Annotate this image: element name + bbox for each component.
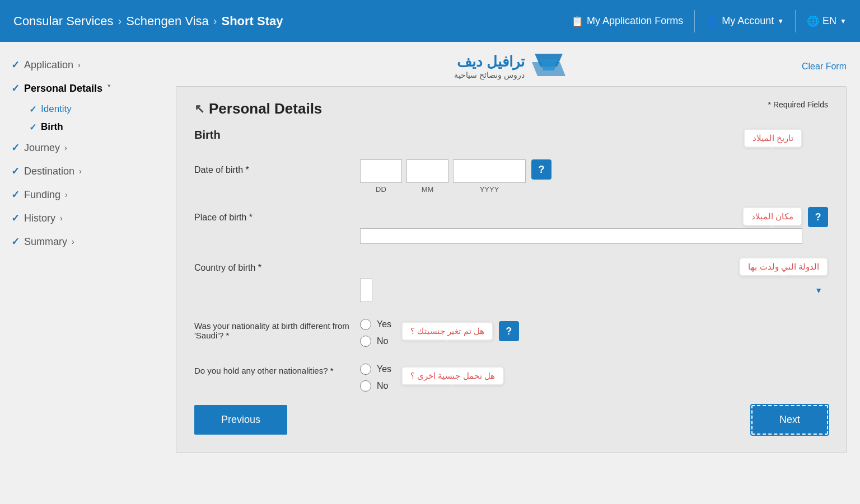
check-icon-journey: ✓: [11, 142, 20, 154]
nationality-diff-no[interactable]: No: [360, 336, 391, 347]
arrow-history: ›: [60, 214, 63, 223]
globe-icon: 🌐: [807, 15, 819, 27]
sidebar-item-application[interactable]: ✓ Application ›: [9, 53, 153, 77]
language-menu[interactable]: 🌐 EN ▼: [807, 15, 847, 27]
logo-container: ترافيل ديف دروس ونصائح سياحية: [454, 51, 568, 82]
other-nationalities-controls: Yes No هل تحمل جنسية اخرى ؟: [360, 360, 828, 392]
other-nationalities-row: Do you hold any other nationalities? * Y…: [194, 360, 828, 392]
breadcrumb-sep1: ›: [118, 15, 122, 27]
other-nationalities-no-radio[interactable]: [360, 380, 371, 392]
check-icon-history: ✓: [11, 212, 20, 224]
logo-row: ترافيل ديف دروس ونصائح سياحية Clear Form: [176, 51, 847, 82]
lang-caret-icon: ▼: [840, 17, 847, 25]
country-of-birth-label: Country of birth *: [194, 257, 351, 273]
tooltip-nationality-diff: هل تم تغير جنسيتك ؟: [401, 322, 493, 341]
nav-buttons: Previous Next: [194, 405, 828, 435]
logo-text: ترافيل ديف دروس ونصائح سياحية: [454, 53, 525, 79]
other-nationalities-yes-radio[interactable]: [360, 364, 371, 375]
nav-divider2: [795, 10, 796, 32]
check-icon-birth: ✓: [29, 122, 36, 133]
dob-dd-group: DD: [360, 159, 402, 194]
logo-arabic-main: ترافيل ديف: [454, 53, 525, 70]
dob-yyyy-input[interactable]: [453, 159, 526, 183]
country-of-birth-select[interactable]: [360, 279, 372, 302]
sidebar-item-summary[interactable]: ✓ Summary ›: [9, 230, 153, 253]
doc-icon: 📋: [571, 15, 583, 27]
arrow-journey: ›: [64, 143, 67, 152]
check-icon-destination: ✓: [11, 165, 20, 177]
arrow-destination: ›: [79, 167, 82, 176]
dob-dd-input[interactable]: [360, 159, 402, 183]
top-nav-right: 📋 My Application Forms 👤 My Account ▼ 🌐 …: [571, 10, 847, 32]
date-of-birth-row: Date of birth * DD MM: [194, 159, 828, 194]
required-fields-note: * Required Fields: [768, 100, 828, 109]
breadcrumb-sep2: ›: [213, 15, 217, 27]
arrow-personal-details: ˅: [107, 84, 111, 93]
sidebar-item-history[interactable]: ✓ History ›: [9, 206, 153, 230]
my-application-forms-link[interactable]: 📋 My Application Forms: [571, 15, 683, 27]
arrow-funding: ›: [65, 190, 68, 199]
sidebar-item-journey[interactable]: ✓ Journey ›: [9, 136, 153, 159]
sidebar-sub-birth[interactable]: ✓ Birth: [27, 118, 153, 136]
logo-arabic-sub: دروس ونصائح سياحية: [454, 70, 525, 79]
place-of-birth-row: Place of birth * مكان الميلاد ?: [194, 207, 828, 244]
cursor-icon: ↖: [194, 102, 204, 116]
nationality-diff-controls: Yes No هل تم تغير جنسيتك ؟ ?: [360, 315, 828, 347]
nationality-diff-yes[interactable]: Yes: [360, 319, 391, 330]
help-button-place[interactable]: ?: [808, 207, 828, 227]
dob-yyyy-label: YYYY: [480, 185, 499, 194]
dob-mm-label: MM: [422, 185, 434, 194]
dob-fields: DD MM YYYY: [360, 159, 526, 194]
person-icon: 👤: [706, 15, 718, 27]
top-navigation: Consular Services › Schengen Visa › Shor…: [0, 0, 860, 42]
other-nationalities-label: Do you hold any other nationalities? *: [194, 360, 351, 375]
breadcrumb-consular[interactable]: Consular Services: [13, 14, 114, 29]
check-icon-summary: ✓: [11, 235, 20, 248]
place-of-birth-label: Place of birth *: [194, 207, 351, 223]
nationality-diff-row: Was your nationality at birth different …: [194, 315, 828, 347]
sidebar-item-personal-details[interactable]: ✓ Personal Details ˅: [9, 77, 153, 100]
dob-yyyy-group: YYYY: [453, 159, 526, 194]
main-layout: ✓ Application › ✓ Personal Details ˅ ✓ I…: [0, 42, 860, 504]
check-icon-application: ✓: [11, 59, 20, 71]
page-title: ↖ Personal Details: [194, 100, 322, 117]
dob-dd-label: DD: [376, 185, 386, 194]
other-nationalities-radio-group: Yes No: [360, 360, 391, 392]
nationality-diff-no-radio[interactable]: [360, 336, 371, 347]
dob-mm-input[interactable]: [406, 159, 448, 183]
arrow-application: ›: [78, 60, 81, 69]
sidebar-sub-items: ✓ Identity ✓ Birth: [9, 100, 153, 136]
nationality-diff-yes-radio[interactable]: [360, 319, 371, 330]
clear-form-button[interactable]: Clear Form: [802, 62, 847, 72]
nationality-diff-radio-group: Yes No: [360, 315, 391, 347]
help-button-nationality-diff[interactable]: ?: [499, 321, 519, 341]
sidebar-item-funding[interactable]: ✓ Funding ›: [9, 183, 153, 206]
form-card: ↖ Personal Details * Required Fields Bir…: [176, 86, 847, 453]
place-of-birth-input[interactable]: [360, 228, 802, 244]
birth-section-title: Birth: [194, 129, 221, 142]
date-of-birth-controls: DD MM YYYY ?: [360, 159, 828, 194]
sidebar-sub-identity[interactable]: ✓ Identity: [27, 100, 153, 118]
tooltip-other-nationalities: هل تحمل جنسية اخرى ؟: [401, 366, 504, 385]
previous-button[interactable]: Previous: [194, 405, 287, 435]
logo-icon: [529, 51, 568, 82]
tooltip-country-of-birth: الدولة التي ولدت بها: [739, 257, 828, 276]
help-button-dob[interactable]: ?: [531, 159, 551, 180]
check-icon-personal-details: ✓: [11, 82, 20, 95]
other-nationalities-no[interactable]: No: [360, 380, 391, 392]
other-nationalities-yes[interactable]: Yes: [360, 364, 391, 375]
breadcrumb-schengen[interactable]: Schengen Visa: [126, 14, 209, 29]
dob-inputs: DD MM YYYY: [360, 159, 526, 194]
next-button[interactable]: Next: [751, 405, 828, 435]
my-account-menu[interactable]: 👤 My Account ▼: [706, 15, 784, 27]
nationality-diff-label: Was your nationality at birth different …: [194, 315, 351, 340]
country-of-birth-controls: الدولة التي ولدت بها: [360, 257, 828, 302]
tooltip-date-of-birth: تاريخ الميلاد: [744, 129, 802, 148]
dob-mm-group: MM: [406, 159, 448, 194]
check-icon-funding: ✓: [11, 189, 20, 201]
sidebar: ✓ Application › ✓ Personal Details ˅ ✓ I…: [0, 42, 162, 504]
breadcrumb-shortstay: Short Stay: [221, 14, 283, 29]
place-of-birth-controls: مكان الميلاد ?: [360, 207, 828, 244]
country-of-birth-row: Country of birth * الدولة التي ولدت بها: [194, 257, 828, 302]
sidebar-item-destination[interactable]: ✓ Destination ›: [9, 159, 153, 183]
